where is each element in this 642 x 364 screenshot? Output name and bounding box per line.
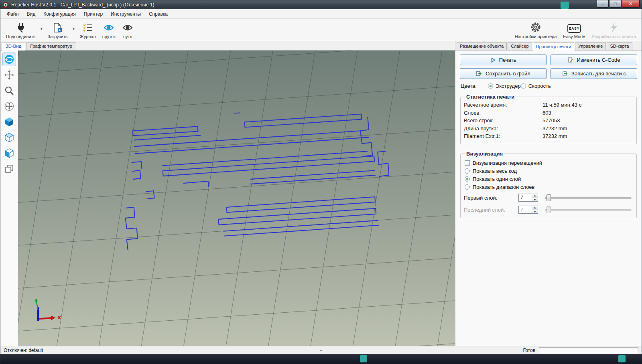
viewport-3d[interactable] bbox=[18, 51, 455, 346]
first-layer-label: Первый слой: bbox=[464, 195, 518, 201]
speed-radio[interactable] bbox=[521, 83, 526, 89]
first-layer-spin-up[interactable] bbox=[532, 194, 538, 198]
last-layer-label: Последний слой: bbox=[464, 207, 518, 213]
print-button-label: Печать bbox=[499, 57, 516, 63]
right-panel: Размещение объекта Слайсер Просмотр печа… bbox=[455, 41, 642, 346]
first-layer-slider-track[interactable] bbox=[544, 197, 632, 199]
save-to-file-button[interactable]: Сохранить в файл bbox=[460, 68, 547, 79]
first-layer-spin-buttons bbox=[532, 194, 538, 201]
show-filament-toggle[interactable]: пруток bbox=[99, 19, 119, 40]
print-bed bbox=[18, 51, 455, 346]
pan-icon bbox=[4, 70, 14, 80]
cube-solid-icon bbox=[4, 117, 14, 127]
move-object-button[interactable] bbox=[2, 99, 16, 113]
show-layer-range-option[interactable]: Показать диапазон слоев bbox=[465, 184, 632, 190]
connect-button[interactable]: Подсоединить bbox=[3, 19, 39, 40]
taskbar-app-icon[interactable] bbox=[360, 355, 367, 362]
tab-object-placement[interactable]: Размещение объекта bbox=[457, 42, 507, 50]
close-button[interactable]: ✕ bbox=[622, 0, 640, 8]
last-layer-slider[interactable] bbox=[544, 206, 632, 214]
first-layer-slider[interactable] bbox=[544, 194, 632, 202]
tab-3d-view[interactable]: 3D-Вид bbox=[2, 42, 25, 51]
main-area: 3D-Вид График температур bbox=[0, 41, 642, 346]
view-iso-button[interactable] bbox=[2, 115, 16, 129]
menu-view[interactable]: Вид bbox=[23, 10, 40, 18]
tab-sd-card[interactable]: SD-карта bbox=[607, 42, 632, 50]
first-layer-slider-thumb[interactable] bbox=[547, 194, 551, 201]
zoom-view-button[interactable] bbox=[2, 84, 16, 97]
print-button[interactable]: Печать bbox=[460, 55, 547, 65]
emergency-stop-label: Аварийная остановка bbox=[591, 34, 636, 39]
edit-gcode-button[interactable]: Изменить G-Code bbox=[551, 55, 637, 65]
travel-label: путь bbox=[123, 34, 132, 39]
show-layer-range-radio[interactable] bbox=[465, 184, 470, 190]
rotate-view-icon bbox=[4, 54, 14, 65]
first-layer-spinbox bbox=[518, 194, 538, 202]
load-label: Загрузить bbox=[47, 34, 67, 39]
pan-view-button[interactable] bbox=[2, 68, 16, 82]
menu-file[interactable]: Файл bbox=[3, 10, 23, 18]
left-area: 3D-Вид График температур bbox=[0, 41, 455, 346]
menu-config[interactable]: Конфигурация bbox=[39, 10, 80, 18]
view-top-button[interactable] bbox=[2, 131, 16, 144]
colors-label: Цвета: bbox=[461, 83, 477, 89]
last-layer-spin-down[interactable] bbox=[532, 210, 538, 214]
window-controls: – □ ✕ bbox=[597, 0, 640, 8]
show-travel-toggle[interactable]: путь bbox=[119, 19, 136, 40]
save-for-sd-button[interactable]: Записать для печати с bbox=[551, 68, 637, 79]
last-layer-spin-up[interactable] bbox=[532, 206, 538, 210]
show-single-layer-option[interactable]: Показать один слой bbox=[465, 176, 632, 182]
tab-temperature-graph[interactable]: График температур bbox=[26, 42, 76, 50]
color-extruder-option[interactable]: Экструдер bbox=[488, 83, 521, 89]
statusbar-right: Готов bbox=[523, 347, 638, 353]
load-file-icon bbox=[52, 22, 63, 33]
app-icon bbox=[2, 2, 9, 8]
menu-tools[interactable]: Инструменты bbox=[107, 10, 145, 18]
taskbar-tray-icon[interactable] bbox=[618, 355, 626, 362]
load-dropdown[interactable]: ▾ bbox=[71, 19, 77, 40]
menu-help[interactable]: Справка bbox=[145, 10, 172, 18]
tab-control[interactable]: Управление bbox=[575, 42, 606, 50]
emergency-stop-button[interactable]: Аварийная остановка bbox=[588, 19, 639, 40]
show-single-layer-label: Показать один слой bbox=[473, 176, 521, 182]
show-layer-range-label: Показать диапазон слоев bbox=[473, 184, 535, 190]
last-layer-input[interactable] bbox=[519, 206, 532, 213]
taskbar-strip bbox=[0, 354, 642, 364]
easy-mode-label: Easy Mode bbox=[563, 34, 585, 39]
layers-view-button[interactable] bbox=[2, 162, 16, 176]
titlebar: Repetier-Host V2.0.1 - Car_Left_Backward… bbox=[0, 0, 642, 9]
view-toolbar bbox=[0, 51, 18, 346]
printer-settings-button[interactable]: Настройки принтера bbox=[512, 19, 560, 40]
show-travel-moves-checkbox[interactable] bbox=[465, 160, 470, 166]
rotate-view-button[interactable] bbox=[2, 53, 16, 66]
show-single-layer-radio[interactable] bbox=[465, 176, 470, 182]
gcode-preview-canvas bbox=[18, 51, 455, 346]
connect-dropdown[interactable]: ▾ bbox=[39, 19, 44, 40]
easy-badge: EASY bbox=[567, 24, 581, 33]
show-all-code-option[interactable]: Показать весь код bbox=[465, 168, 632, 174]
color-speed-option[interactable]: Скорость bbox=[521, 83, 551, 89]
tab-print-preview[interactable]: Просмотр печати bbox=[533, 42, 575, 51]
first-layer-input[interactable] bbox=[519, 194, 532, 201]
menu-printer[interactable]: Принтер bbox=[80, 10, 107, 18]
log-button[interactable]: Журнал bbox=[77, 19, 99, 40]
easy-mode-button[interactable]: EASY Easy Mode bbox=[560, 19, 588, 40]
log-list-icon bbox=[83, 22, 93, 33]
maximize-button[interactable]: □ bbox=[609, 0, 621, 8]
first-layer-row: Первый слой: bbox=[464, 194, 633, 202]
overlay-artifact-icon bbox=[561, 2, 569, 9]
view-front-button[interactable] bbox=[2, 146, 16, 160]
show-all-code-radio[interactable] bbox=[465, 168, 470, 174]
minimize-button[interactable]: – bbox=[597, 0, 609, 8]
extruder-radio-label: Экструдер bbox=[496, 83, 521, 89]
load-button[interactable]: Загрузить bbox=[44, 19, 71, 40]
cube-top-face-icon bbox=[4, 132, 14, 143]
stat-row-time: Расчетное время: 11 ч:59 мин:43 с bbox=[464, 101, 633, 109]
edit-gcode-icon bbox=[568, 57, 574, 63]
show-travel-moves-option[interactable]: Визуализация перемещений bbox=[465, 160, 632, 166]
export-file-icon bbox=[476, 71, 482, 77]
ready-status: Готов bbox=[523, 348, 535, 353]
first-layer-spin-down[interactable] bbox=[532, 198, 538, 202]
tab-slicer[interactable]: Слайсер bbox=[508, 42, 532, 50]
extruder-radio[interactable] bbox=[488, 83, 493, 89]
